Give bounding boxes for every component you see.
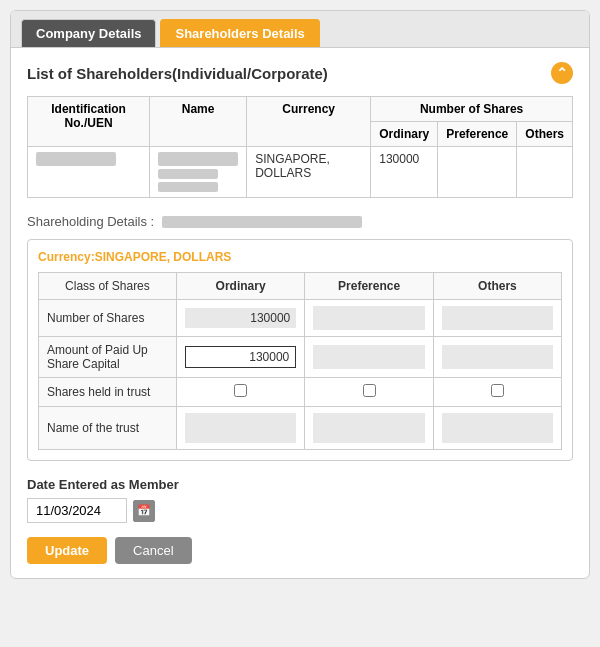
table-row: SINGAPORE, DOLLARS 130000 bbox=[28, 147, 573, 198]
cancel-button[interactable]: Cancel bbox=[115, 537, 191, 564]
shareholding-blurred bbox=[162, 216, 362, 228]
td-id bbox=[28, 147, 150, 198]
sh-header-row: Class of Shares Ordinary Preference Othe… bbox=[39, 273, 562, 300]
sh-numshares-ordinary bbox=[176, 300, 304, 337]
list-section-title: List of Shareholders(Individual/Corporat… bbox=[27, 65, 328, 82]
sh-trust-ordinary bbox=[176, 378, 304, 407]
sh-numshares-row: Number of Shares bbox=[39, 300, 562, 337]
shareholding-box: Currency:SINGAPORE, DOLLARS Class of Sha… bbox=[27, 239, 573, 461]
tab-shareholders-details[interactable]: Shareholders Details bbox=[160, 19, 319, 47]
calendar-icon[interactable]: 📅 bbox=[133, 500, 155, 522]
main-container: Company Details Shareholders Details Lis… bbox=[10, 10, 590, 579]
sh-paidup-ordinary bbox=[176, 337, 304, 378]
tab-bar: Company Details Shareholders Details bbox=[11, 11, 589, 48]
currency-info: Currency:SINGAPORE, DOLLARS bbox=[38, 250, 562, 264]
sh-paidup-others bbox=[433, 337, 561, 378]
td-others bbox=[517, 147, 573, 198]
th-currency: Currency bbox=[247, 97, 371, 147]
shareholding-detail-table: Class of Shares Ordinary Preference Othe… bbox=[38, 272, 562, 450]
blurred-name1 bbox=[158, 152, 238, 166]
blurred-id bbox=[36, 152, 116, 166]
sh-paidup-preference bbox=[305, 337, 434, 378]
date-input[interactable] bbox=[27, 498, 127, 523]
sh-th-preference: Preference bbox=[305, 273, 434, 300]
th-preference: Preference bbox=[438, 122, 517, 147]
th-id: Identification No./UEN bbox=[28, 97, 150, 147]
date-input-row: 📅 bbox=[27, 498, 573, 523]
date-label: Date Entered as Member bbox=[27, 477, 573, 492]
sh-trustname-row: Name of the trust bbox=[39, 407, 562, 450]
th-numshares: Number of Shares bbox=[371, 97, 573, 122]
td-ordinary: 130000 bbox=[371, 147, 438, 198]
sh-paidup-row: Amount of Paid Up Share Capital bbox=[39, 337, 562, 378]
blurred-name2 bbox=[158, 169, 218, 179]
tab-company-details[interactable]: Company Details bbox=[21, 19, 156, 47]
td-name bbox=[150, 147, 247, 198]
checkbox-trust-preference[interactable] bbox=[363, 384, 376, 397]
shareholding-label: Shareholding Details : bbox=[27, 214, 573, 229]
td-preference bbox=[438, 147, 517, 198]
sh-th-ordinary: Ordinary bbox=[176, 273, 304, 300]
main-content: List of Shareholders(Individual/Corporat… bbox=[11, 48, 589, 578]
sh-trust-row: Shares held in trust bbox=[39, 378, 562, 407]
expand-icon[interactable]: ⌃ bbox=[551, 62, 573, 84]
sh-label-paidup: Amount of Paid Up Share Capital bbox=[39, 337, 177, 378]
th-ordinary: Ordinary bbox=[371, 122, 438, 147]
sh-numshares-others bbox=[433, 300, 561, 337]
input-numshares-ordinary[interactable] bbox=[185, 308, 296, 328]
sh-trustname-others bbox=[433, 407, 561, 450]
sh-label-trustname: Name of the trust bbox=[39, 407, 177, 450]
sh-numshares-preference bbox=[305, 300, 434, 337]
sh-th-others: Others bbox=[433, 273, 561, 300]
th-others: Others bbox=[517, 122, 573, 147]
button-row: Update Cancel bbox=[27, 537, 573, 564]
checkbox-trust-others[interactable] bbox=[491, 384, 504, 397]
input-paidup-ordinary[interactable] bbox=[185, 346, 296, 368]
date-section: Date Entered as Member 📅 bbox=[27, 477, 573, 523]
sh-trustname-ordinary bbox=[176, 407, 304, 450]
th-name: Name bbox=[150, 97, 247, 147]
shareholders-table: Identification No./UEN Name Currency Num… bbox=[27, 96, 573, 198]
list-section-header: List of Shareholders(Individual/Corporat… bbox=[27, 62, 573, 84]
td-currency: SINGAPORE, DOLLARS bbox=[247, 147, 371, 198]
sh-trust-preference bbox=[305, 378, 434, 407]
update-button[interactable]: Update bbox=[27, 537, 107, 564]
sh-label-trust: Shares held in trust bbox=[39, 378, 177, 407]
sh-trustname-preference bbox=[305, 407, 434, 450]
sh-label-numshares: Number of Shares bbox=[39, 300, 177, 337]
sh-th-class: Class of Shares bbox=[39, 273, 177, 300]
sh-trust-others bbox=[433, 378, 561, 407]
checkbox-trust-ordinary[interactable] bbox=[234, 384, 247, 397]
blurred-name3 bbox=[158, 182, 218, 192]
